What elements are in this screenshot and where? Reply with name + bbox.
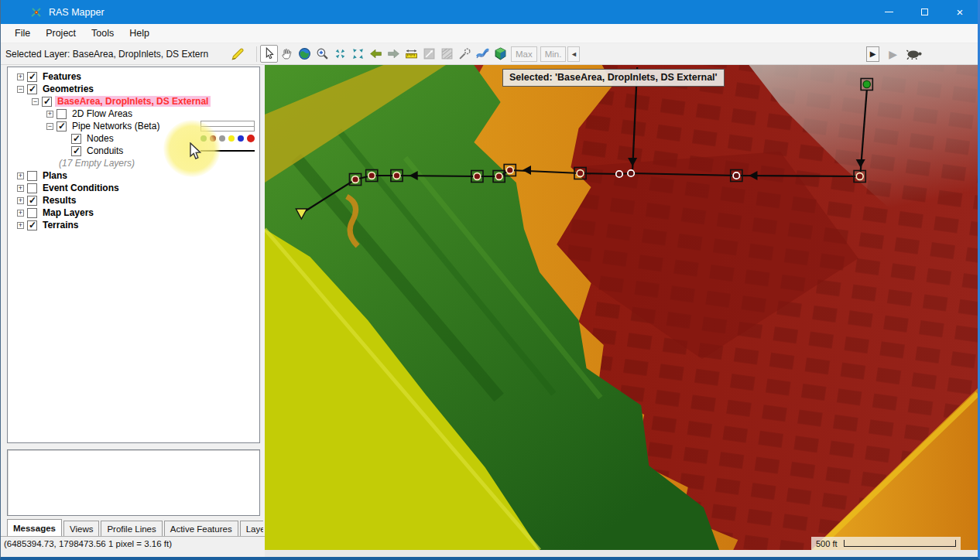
window-title: RAS Mapper — [49, 7, 105, 18]
layer-checkbox[interactable] — [42, 97, 52, 107]
tree-row[interactable]: +Results — [8, 194, 259, 207]
expand-icon[interactable]: + — [17, 73, 24, 80]
expand-icon[interactable]: + — [17, 172, 24, 179]
expand-icon[interactable]: + — [17, 210, 24, 217]
status-bar: (6485394.73, 1798473.56 1 pixel = 3.16 f… — [1, 536, 265, 557]
menu-item-help[interactable]: Help — [122, 26, 157, 41]
layer-label[interactable]: Conduits — [84, 145, 125, 156]
drop-inlet-node[interactable] — [506, 167, 513, 174]
layer-checkbox[interactable] — [27, 183, 37, 193]
tab-active-features[interactable]: Active Features — [164, 521, 238, 536]
layer-checkbox[interactable] — [27, 72, 37, 82]
profile-plot-tool[interactable] — [420, 45, 438, 63]
map-view[interactable]: Selected: 'BaseArea, DropInlets, DS Exte… — [265, 65, 978, 550]
drop-inlet-node[interactable] — [474, 173, 481, 180]
layer-label[interactable]: Geometries — [40, 84, 96, 94]
layer-label[interactable]: Terrains — [40, 220, 81, 230]
drop-inlet-node[interactable] — [856, 173, 863, 180]
drop-inlet-node[interactable] — [352, 176, 359, 183]
junction-node[interactable] — [628, 170, 634, 176]
layer-label[interactable]: Features — [40, 71, 84, 82]
max-button[interactable]: Max — [511, 46, 537, 62]
expand-icon[interactable]: + — [17, 185, 24, 192]
zoom-full-extent-globe[interactable] — [296, 45, 314, 63]
collapse-left-button[interactable]: ◄ — [567, 46, 580, 62]
expand-icon[interactable]: + — [46, 111, 53, 118]
next-extent-arrow[interactable] — [385, 45, 403, 63]
layer-checkbox[interactable] — [57, 121, 67, 131]
tree-row[interactable]: +2D Flow Areas — [8, 108, 259, 120]
tab-profile-lines[interactable]: Profile Lines — [101, 521, 162, 536]
drop-inlet-node[interactable] — [368, 172, 375, 179]
layer-label[interactable]: BaseArea, DropInlets, DS External — [55, 96, 211, 107]
expand-icon[interactable]: + — [17, 197, 24, 204]
layer-checkbox[interactable] — [71, 134, 81, 144]
layer-label[interactable]: Plans — [40, 170, 70, 181]
play-button[interactable]: ▶ — [889, 48, 897, 60]
layer-label[interactable]: Results — [40, 195, 78, 206]
drop-inlet-node[interactable] — [495, 173, 502, 180]
layer-label[interactable]: (17 Empty Layers) — [57, 158, 137, 169]
layer-checkbox[interactable] — [27, 220, 37, 230]
previous-extent-arrow[interactable] — [367, 45, 385, 63]
menu-item-project[interactable]: Project — [38, 26, 84, 41]
drop-inlet-node[interactable] — [577, 170, 584, 177]
menu-item-file[interactable]: File — [7, 26, 38, 41]
tree-row[interactable]: +Event Conditions — [8, 182, 259, 194]
layer-label[interactable]: Event Conditions — [40, 183, 122, 193]
tree-row[interactable]: (17 Empty Layers) — [8, 157, 259, 169]
close-button[interactable]: × — [942, 0, 978, 24]
tree-row[interactable]: Conduits — [8, 145, 259, 157]
expand-icon[interactable]: + — [17, 222, 24, 229]
tab-layer-v[interactable]: Layer V — [240, 521, 263, 536]
layer-checkbox[interactable] — [27, 171, 37, 181]
collapse-icon[interactable]: − — [46, 123, 53, 130]
maximize-button[interactable] — [906, 0, 942, 24]
tree-row[interactable]: −Geometries — [8, 83, 259, 95]
pan-tool[interactable] — [278, 45, 296, 63]
layer-checkbox[interactable] — [27, 196, 37, 206]
raster-plot-tool[interactable] — [438, 45, 456, 63]
layer-checkbox[interactable] — [57, 109, 67, 119]
tree-row[interactable]: −BaseArea, DropInlets, DS External — [8, 95, 259, 108]
layer-tree[interactable]: +Features−Geometries−BaseArea, DropInlet… — [7, 67, 260, 443]
outlet-node[interactable] — [863, 80, 870, 87]
tree-row[interactable]: +Terrains — [8, 219, 259, 231]
collapse-icon[interactable]: − — [17, 86, 24, 93]
cross-section-tool[interactable] — [474, 45, 492, 63]
junction-node[interactable] — [616, 171, 622, 177]
menu-item-tools[interactable]: Tools — [84, 26, 122, 41]
tab-views[interactable]: Views — [63, 521, 99, 536]
settings-wand-tool[interactable] — [456, 45, 474, 63]
zoom-extents-tool[interactable] — [349, 45, 367, 63]
tab-messages[interactable]: Messages — [7, 519, 62, 536]
title-bar[interactable]: RAS Mapper × — [1, 0, 978, 24]
tree-row[interactable]: −Pipe Networks (Beta) — [8, 120, 259, 132]
layer-label[interactable]: Nodes — [84, 133, 116, 144]
tree-row[interactable]: Nodes — [8, 132, 259, 145]
layer-checkbox[interactable] — [71, 146, 81, 156]
turtle-icon[interactable] — [905, 49, 923, 60]
tree-row[interactable]: +Plans — [8, 169, 259, 182]
layer-label[interactable]: 2D Flow Areas — [70, 108, 135, 119]
junction-node[interactable] — [733, 172, 739, 179]
layer-checkbox[interactable] — [27, 84, 37, 94]
zoom-in-tool[interactable] — [314, 45, 331, 63]
measure-tool[interactable] — [403, 45, 420, 63]
scale-label: 500 ft — [816, 539, 838, 548]
tree-row[interactable]: +Map Layers — [8, 207, 259, 219]
layer-checkbox[interactable] — [27, 208, 37, 218]
layer-label[interactable]: Map Layers — [40, 207, 96, 218]
collapse-icon[interactable]: − — [32, 98, 39, 105]
select-tool[interactable] — [260, 45, 278, 63]
viewer-3d-tool[interactable] — [492, 45, 509, 63]
pipe-network-legend — [200, 121, 255, 131]
drop-inlet-node[interactable] — [393, 172, 400, 179]
pencil-icon[interactable] — [230, 46, 245, 62]
min-button[interactable]: Min. — [540, 46, 567, 62]
minimize-button[interactable] — [871, 0, 906, 24]
step-forward-button[interactable]: ▶ — [866, 46, 879, 62]
tree-row[interactable]: +Features — [8, 70, 259, 83]
zoom-window-tool[interactable] — [331, 45, 349, 63]
layer-label[interactable]: Pipe Networks (Beta) — [70, 121, 162, 131]
